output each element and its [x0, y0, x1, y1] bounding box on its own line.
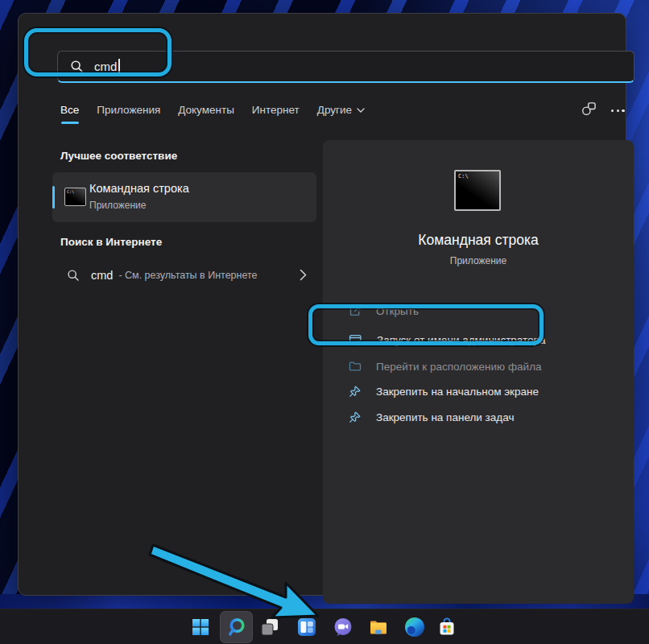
more-options-icon[interactable]: [611, 106, 625, 112]
web-search-suffix: - См. результаты в Интернете: [118, 270, 257, 281]
pin-icon: [349, 411, 362, 423]
topbar-icons: [581, 101, 625, 118]
action-open-file-location[interactable]: Перейти к расположению файла: [339, 354, 618, 378]
widgets-button[interactable]: [296, 617, 317, 638]
tab-more[interactable]: Другие: [317, 104, 365, 116]
action-pin-to-taskbar[interactable]: Закрепить на панели задач: [339, 405, 618, 429]
explorer-button[interactable]: [368, 617, 389, 638]
edge-button[interactable]: [404, 617, 425, 638]
chat-icon: [333, 617, 353, 637]
windows-logo-icon: [191, 617, 210, 637]
chevron-right-icon: [300, 269, 307, 281]
store-button[interactable]: [436, 617, 457, 638]
file-location-icon: [349, 360, 362, 373]
best-match-subtitle: Приложение: [89, 200, 146, 211]
action-label: Закрепить на начальном экране: [376, 386, 539, 398]
tab-all[interactable]: Все: [60, 104, 79, 116]
tab-apps[interactable]: Приложения: [97, 104, 160, 116]
preview-app-title: Командная строка: [323, 232, 634, 249]
action-run-as-admin[interactable]: Запуск от имени администратора: [339, 328, 618, 352]
search-icon: [70, 60, 84, 73]
taskbar: [0, 609, 649, 644]
task-view-button[interactable]: [259, 617, 280, 638]
selection-accent-bar: [52, 186, 55, 208]
text-caret: [118, 59, 120, 74]
pin-icon: [349, 385, 362, 398]
cmd-terminal-icon: C:\: [64, 188, 86, 206]
open-external-icon: [349, 304, 362, 317]
app-preview-panel: C:\ Командная строка Приложение Открыть …: [323, 140, 634, 604]
chevron-down-icon: [357, 106, 365, 114]
action-pin-to-start[interactable]: Закрепить на начальном экране: [339, 379, 618, 403]
widgets-icon: [297, 617, 316, 637]
action-label: Запуск от имени администратора: [377, 334, 546, 346]
search-taskbar-icon: [226, 617, 247, 638]
best-match-title: Командная строка: [89, 182, 189, 195]
folder-icon: [369, 617, 388, 637]
search-filter-tabs: Все Приложения Документы Интернет Другие: [60, 104, 365, 116]
search-flyout-panel: cmd Все Приложения Документы Интернет Др…: [18, 13, 626, 596]
search-taskbar-button[interactable]: [226, 617, 247, 638]
web-search-item[interactable]: cmd - См. результаты в Интернете: [52, 258, 316, 293]
edge-icon: [405, 617, 424, 637]
task-view-icon: [260, 617, 279, 637]
account-icon[interactable]: [581, 101, 597, 118]
store-icon: [437, 617, 457, 637]
preview-app-subtitle: Приложение: [323, 255, 634, 266]
selected-tab-underline: [61, 122, 79, 124]
tab-documents[interactable]: Документы: [178, 104, 234, 116]
search-input[interactable]: cmd: [57, 51, 635, 83]
web-search-query: cmd: [91, 269, 113, 282]
action-label: Закрепить на панели задач: [376, 411, 514, 423]
tab-web[interactable]: Интернет: [252, 104, 300, 116]
action-open[interactable]: Открыть: [339, 299, 618, 323]
search-icon: [67, 269, 80, 282]
web-search-header: Поиск в Интернете: [60, 236, 162, 248]
start-button[interactable]: [190, 617, 211, 638]
action-label: Перейти к расположению файла: [376, 361, 542, 373]
search-query-text: cmd: [94, 60, 117, 73]
best-match-header: Лучшее соответствие: [60, 150, 177, 162]
run-as-admin-icon: [349, 333, 362, 347]
best-match-item[interactable]: C:\ Командная строка Приложение: [52, 172, 316, 222]
cmd-terminal-icon-large: C:\: [454, 170, 501, 211]
chat-button[interactable]: [333, 617, 353, 638]
action-label: Открыть: [376, 305, 419, 317]
